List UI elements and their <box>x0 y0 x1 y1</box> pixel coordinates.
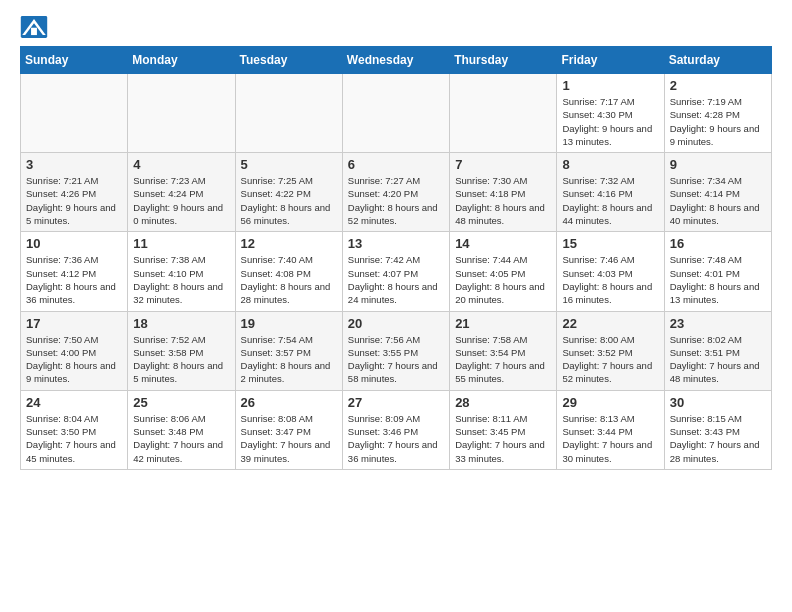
weekday-thursday: Thursday <box>450 47 557 74</box>
calendar-cell: 25Sunrise: 8:06 AM Sunset: 3:48 PM Dayli… <box>128 390 235 469</box>
day-info: Sunrise: 7:19 AM Sunset: 4:28 PM Dayligh… <box>670 95 766 148</box>
calendar-cell: 20Sunrise: 7:56 AM Sunset: 3:55 PM Dayli… <box>342 311 449 390</box>
day-info: Sunrise: 8:11 AM Sunset: 3:45 PM Dayligh… <box>455 412 551 465</box>
calendar-cell: 27Sunrise: 8:09 AM Sunset: 3:46 PM Dayli… <box>342 390 449 469</box>
day-info: Sunrise: 7:34 AM Sunset: 4:14 PM Dayligh… <box>670 174 766 227</box>
calendar-cell <box>450 74 557 153</box>
day-number: 23 <box>670 316 766 331</box>
calendar-cell: 22Sunrise: 8:00 AM Sunset: 3:52 PM Dayli… <box>557 311 664 390</box>
day-info: Sunrise: 7:58 AM Sunset: 3:54 PM Dayligh… <box>455 333 551 386</box>
day-number: 26 <box>241 395 337 410</box>
day-info: Sunrise: 7:17 AM Sunset: 4:30 PM Dayligh… <box>562 95 658 148</box>
day-info: Sunrise: 7:42 AM Sunset: 4:07 PM Dayligh… <box>348 253 444 306</box>
day-info: Sunrise: 7:52 AM Sunset: 3:58 PM Dayligh… <box>133 333 229 386</box>
calendar-cell: 28Sunrise: 8:11 AM Sunset: 3:45 PM Dayli… <box>450 390 557 469</box>
day-number: 14 <box>455 236 551 251</box>
calendar-cell: 6Sunrise: 7:27 AM Sunset: 4:20 PM Daylig… <box>342 153 449 232</box>
svg-rect-3 <box>31 28 37 35</box>
day-info: Sunrise: 8:08 AM Sunset: 3:47 PM Dayligh… <box>241 412 337 465</box>
calendar-body: 1Sunrise: 7:17 AM Sunset: 4:30 PM Daylig… <box>21 74 772 470</box>
calendar-cell: 7Sunrise: 7:30 AM Sunset: 4:18 PM Daylig… <box>450 153 557 232</box>
day-number: 19 <box>241 316 337 331</box>
day-number: 18 <box>133 316 229 331</box>
calendar-table: SundayMondayTuesdayWednesdayThursdayFrid… <box>20 46 772 470</box>
weekday-friday: Friday <box>557 47 664 74</box>
day-info: Sunrise: 7:25 AM Sunset: 4:22 PM Dayligh… <box>241 174 337 227</box>
day-number: 13 <box>348 236 444 251</box>
day-info: Sunrise: 8:09 AM Sunset: 3:46 PM Dayligh… <box>348 412 444 465</box>
calendar-week-4: 24Sunrise: 8:04 AM Sunset: 3:50 PM Dayli… <box>21 390 772 469</box>
page: SundayMondayTuesdayWednesdayThursdayFrid… <box>0 0 792 486</box>
day-info: Sunrise: 8:13 AM Sunset: 3:44 PM Dayligh… <box>562 412 658 465</box>
day-info: Sunrise: 8:02 AM Sunset: 3:51 PM Dayligh… <box>670 333 766 386</box>
weekday-saturday: Saturday <box>664 47 771 74</box>
day-info: Sunrise: 7:50 AM Sunset: 4:00 PM Dayligh… <box>26 333 122 386</box>
day-info: Sunrise: 7:46 AM Sunset: 4:03 PM Dayligh… <box>562 253 658 306</box>
day-number: 1 <box>562 78 658 93</box>
weekday-tuesday: Tuesday <box>235 47 342 74</box>
weekday-wednesday: Wednesday <box>342 47 449 74</box>
day-info: Sunrise: 7:48 AM Sunset: 4:01 PM Dayligh… <box>670 253 766 306</box>
calendar-cell <box>235 74 342 153</box>
calendar-cell: 2Sunrise: 7:19 AM Sunset: 4:28 PM Daylig… <box>664 74 771 153</box>
day-number: 5 <box>241 157 337 172</box>
day-info: Sunrise: 7:23 AM Sunset: 4:24 PM Dayligh… <box>133 174 229 227</box>
calendar-cell: 14Sunrise: 7:44 AM Sunset: 4:05 PM Dayli… <box>450 232 557 311</box>
calendar-cell: 1Sunrise: 7:17 AM Sunset: 4:30 PM Daylig… <box>557 74 664 153</box>
calendar-cell: 19Sunrise: 7:54 AM Sunset: 3:57 PM Dayli… <box>235 311 342 390</box>
calendar-cell: 15Sunrise: 7:46 AM Sunset: 4:03 PM Dayli… <box>557 232 664 311</box>
day-number: 27 <box>348 395 444 410</box>
calendar-cell: 13Sunrise: 7:42 AM Sunset: 4:07 PM Dayli… <box>342 232 449 311</box>
day-number: 11 <box>133 236 229 251</box>
calendar-cell: 12Sunrise: 7:40 AM Sunset: 4:08 PM Dayli… <box>235 232 342 311</box>
day-info: Sunrise: 7:56 AM Sunset: 3:55 PM Dayligh… <box>348 333 444 386</box>
day-number: 21 <box>455 316 551 331</box>
calendar-cell: 23Sunrise: 8:02 AM Sunset: 3:51 PM Dayli… <box>664 311 771 390</box>
day-number: 30 <box>670 395 766 410</box>
day-number: 15 <box>562 236 658 251</box>
day-info: Sunrise: 7:44 AM Sunset: 4:05 PM Dayligh… <box>455 253 551 306</box>
day-info: Sunrise: 7:54 AM Sunset: 3:57 PM Dayligh… <box>241 333 337 386</box>
calendar-cell: 11Sunrise: 7:38 AM Sunset: 4:10 PM Dayli… <box>128 232 235 311</box>
calendar-cell: 29Sunrise: 8:13 AM Sunset: 3:44 PM Dayli… <box>557 390 664 469</box>
calendar-cell: 3Sunrise: 7:21 AM Sunset: 4:26 PM Daylig… <box>21 153 128 232</box>
calendar-week-0: 1Sunrise: 7:17 AM Sunset: 4:30 PM Daylig… <box>21 74 772 153</box>
day-info: Sunrise: 7:30 AM Sunset: 4:18 PM Dayligh… <box>455 174 551 227</box>
day-number: 12 <box>241 236 337 251</box>
calendar-cell: 4Sunrise: 7:23 AM Sunset: 4:24 PM Daylig… <box>128 153 235 232</box>
day-info: Sunrise: 7:40 AM Sunset: 4:08 PM Dayligh… <box>241 253 337 306</box>
calendar-week-2: 10Sunrise: 7:36 AM Sunset: 4:12 PM Dayli… <box>21 232 772 311</box>
calendar-header: SundayMondayTuesdayWednesdayThursdayFrid… <box>21 47 772 74</box>
day-number: 28 <box>455 395 551 410</box>
day-info: Sunrise: 8:15 AM Sunset: 3:43 PM Dayligh… <box>670 412 766 465</box>
calendar-cell <box>128 74 235 153</box>
day-info: Sunrise: 7:32 AM Sunset: 4:16 PM Dayligh… <box>562 174 658 227</box>
weekday-header-row: SundayMondayTuesdayWednesdayThursdayFrid… <box>21 47 772 74</box>
day-number: 24 <box>26 395 122 410</box>
day-number: 17 <box>26 316 122 331</box>
logo <box>20 16 52 38</box>
calendar-cell <box>342 74 449 153</box>
calendar-cell: 26Sunrise: 8:08 AM Sunset: 3:47 PM Dayli… <box>235 390 342 469</box>
weekday-monday: Monday <box>128 47 235 74</box>
day-number: 16 <box>670 236 766 251</box>
day-number: 4 <box>133 157 229 172</box>
day-number: 8 <box>562 157 658 172</box>
calendar-week-3: 17Sunrise: 7:50 AM Sunset: 4:00 PM Dayli… <box>21 311 772 390</box>
calendar-cell: 24Sunrise: 8:04 AM Sunset: 3:50 PM Dayli… <box>21 390 128 469</box>
calendar-cell: 10Sunrise: 7:36 AM Sunset: 4:12 PM Dayli… <box>21 232 128 311</box>
calendar-cell: 17Sunrise: 7:50 AM Sunset: 4:00 PM Dayli… <box>21 311 128 390</box>
logo-icon <box>20 16 48 38</box>
day-number: 2 <box>670 78 766 93</box>
calendar-week-1: 3Sunrise: 7:21 AM Sunset: 4:26 PM Daylig… <box>21 153 772 232</box>
weekday-sunday: Sunday <box>21 47 128 74</box>
day-info: Sunrise: 8:00 AM Sunset: 3:52 PM Dayligh… <box>562 333 658 386</box>
day-number: 7 <box>455 157 551 172</box>
calendar-cell: 18Sunrise: 7:52 AM Sunset: 3:58 PM Dayli… <box>128 311 235 390</box>
day-number: 29 <box>562 395 658 410</box>
calendar-cell: 16Sunrise: 7:48 AM Sunset: 4:01 PM Dayli… <box>664 232 771 311</box>
day-info: Sunrise: 7:36 AM Sunset: 4:12 PM Dayligh… <box>26 253 122 306</box>
day-number: 9 <box>670 157 766 172</box>
calendar-cell <box>21 74 128 153</box>
calendar-cell: 30Sunrise: 8:15 AM Sunset: 3:43 PM Dayli… <box>664 390 771 469</box>
